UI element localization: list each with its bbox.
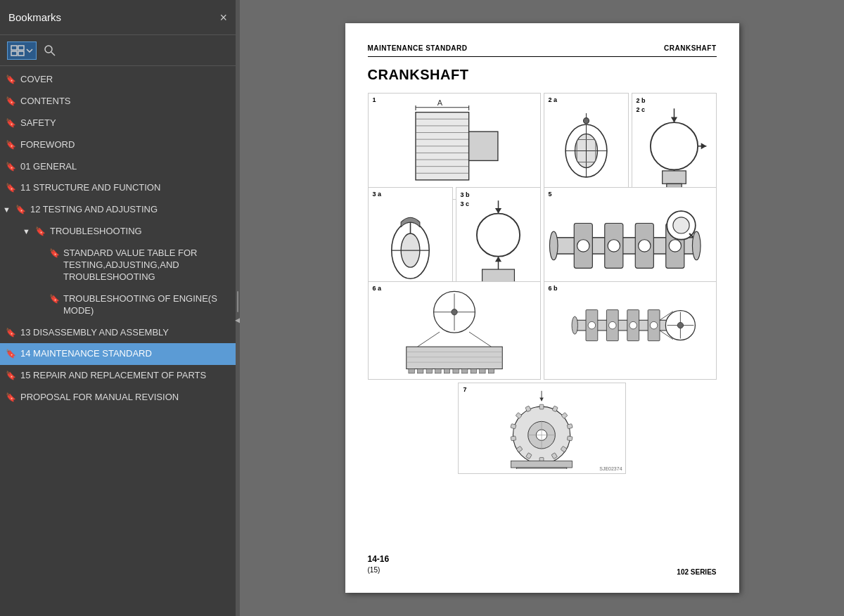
fig6a-label: 6 a — [373, 285, 382, 292]
main-content-area: MAINTENANCE STANDARD CRANKSHAFT CRANKSHA… — [240, 0, 844, 616]
svg-point-61 — [549, 231, 558, 260]
fig6b-label: 6 b — [549, 285, 558, 292]
svg-rect-79 — [488, 369, 494, 373]
bookmark-safety-label: SAFETY — [20, 117, 56, 129]
svg-point-90 — [629, 321, 637, 329]
expand-arrow-icon: ▼ — [23, 227, 32, 236]
svg-rect-16 — [468, 131, 497, 160]
diagram-ref: SJE02374 — [599, 466, 622, 471]
expand-arrow-icon: ▼ — [3, 205, 13, 214]
svg-rect-69 — [406, 347, 502, 368]
page-header: MAINTENANCE STANDARD CRANKSHAFT — [368, 44, 717, 57]
svg-rect-75 — [452, 369, 458, 373]
bookmark-12-testing[interactable]: ▼ 🔖 12 TESTING AND ADJUSTING — [0, 199, 236, 221]
diagram-fig7: 7 — [458, 383, 625, 474]
svg-marker-43 — [494, 208, 501, 214]
sidebar-toolbar — [0, 35, 236, 66]
fig3bc-label: 3 b3 c — [461, 191, 470, 208]
svg-point-89 — [608, 321, 616, 329]
fig1-svg: A — [373, 98, 536, 195]
svg-point-97 — [677, 322, 683, 328]
bookmark-flag-icon: 🔖 — [6, 75, 16, 84]
view-toggle-button[interactable] — [7, 41, 37, 60]
svg-point-55 — [608, 240, 620, 252]
bookmark-15-repair[interactable]: 🔖 15 REPAIR AND REPLACEMENT OF PARTS — [0, 365, 236, 387]
svg-rect-70 — [408, 369, 414, 373]
bookmark-flag-icon: 🔖 — [6, 162, 16, 172]
bookmark-flag-icon: 🔖 — [35, 226, 46, 236]
close-button[interactable]: × — [219, 11, 227, 24]
fig6b-svg — [549, 286, 712, 375]
bookmark-troubleshooting[interactable]: ▼ 🔖 TROUBLESHOOTING — [0, 221, 236, 243]
bookmarks-sidebar: Bookmarks × 🔖 COVER 🔖 — [0, 0, 236, 616]
page-footer: 14-16 (15) 102 SERIES — [368, 551, 717, 576]
bookmark-contents[interactable]: 🔖 CONTENTS — [0, 91, 236, 113]
diagram-fig2a: 2 a — [544, 93, 629, 200]
svg-point-56 — [638, 240, 650, 252]
page-number: 14-16 (15) — [368, 554, 390, 576]
bookmark-flag-icon: 🔖 — [6, 96, 16, 106]
bookmark-13-disassembly[interactable]: 🔖 13 DISASSEMBLY AND ASSEMBLY — [0, 322, 236, 344]
bookmark-flag-icon: 🔖 — [6, 392, 16, 402]
fig2a-svg — [549, 98, 624, 195]
bookmark-contents-label: CONTENTS — [20, 96, 71, 108]
bookmark-foreword[interactable]: 🔖 FOREWORD — [0, 134, 236, 156]
grid-view-icon — [11, 45, 25, 56]
svg-rect-72 — [426, 369, 432, 373]
svg-rect-2 — [11, 51, 17, 56]
svg-rect-73 — [435, 369, 440, 373]
bookmark-troubleshooting-engine[interactable]: 🔖 TROUBLESHOOTING OF ENGINE(S MODE) — [0, 288, 236, 322]
bookmark-13-disassembly-label: 13 DISASSEMBLY AND ASSEMBLY — [20, 327, 169, 339]
bookmark-flag-icon: 🔖 — [6, 328, 16, 338]
bookmark-cover[interactable]: 🔖 COVER — [0, 69, 236, 91]
bookmark-safety[interactable]: 🔖 SAFETY — [0, 113, 236, 134]
svg-rect-112 — [511, 436, 517, 441]
bookmark-troubleshooting-label: TROUBLESHOOTING — [50, 226, 142, 238]
fig2bc-label: 2 b2 c — [637, 96, 646, 114]
svg-point-54 — [577, 240, 589, 252]
bookmark-flag-icon: 🔖 — [6, 118, 16, 128]
svg-marker-100 — [540, 398, 544, 402]
svg-point-98 — [572, 316, 577, 334]
svg-point-59 — [672, 217, 689, 233]
bookmark-flag-icon: 🔖 — [6, 371, 16, 380]
fig6a-svg — [373, 286, 536, 375]
bookmark-troubleshooting-engine-label: TROUBLESHOOTING OF ENGINE(S MODE) — [63, 293, 229, 317]
fig7-svg — [463, 387, 620, 469]
svg-point-41 — [476, 214, 519, 257]
svg-rect-121 — [517, 468, 568, 469]
page-header-left-text: MAINTENANCE STANDARD — [368, 44, 468, 52]
diagram-fig1: 1 — [368, 93, 541, 200]
bookmark-flag-icon: 🔖 — [49, 248, 59, 258]
page-main-title: CRANKSHAFT — [368, 67, 717, 83]
svg-rect-78 — [479, 369, 485, 373]
bookmarks-list: 🔖 COVER 🔖 CONTENTS 🔖 SAFETY 🔖 FOREWORD 🔖… — [0, 66, 236, 616]
bookmark-01-general[interactable]: 🔖 01 GENERAL — [0, 156, 236, 178]
bookmark-01-general-label: 01 GENERAL — [20, 161, 77, 173]
svg-rect-3 — [18, 51, 24, 56]
bookmark-11-structure[interactable]: 🔖 11 STRUCTURE AND FUNCTION — [0, 177, 236, 199]
svg-point-4 — [45, 46, 52, 53]
svg-rect-77 — [471, 369, 476, 373]
svg-line-5 — [51, 52, 55, 56]
bookmark-14-maintenance[interactable]: 🔖 14 MAINTENANCE STANDARD — [0, 343, 236, 365]
fig1-label: 1 — [373, 96, 376, 103]
bookmark-std-value[interactable]: 🔖 STANDARD VALUE TABLE FOR TESTING,ADJUS… — [0, 243, 236, 288]
sidebar-header: Bookmarks × — [0, 0, 236, 35]
svg-rect-102 — [540, 404, 544, 409]
svg-point-66 — [451, 309, 456, 315]
svg-point-62 — [692, 231, 701, 260]
svg-rect-1 — [18, 46, 24, 50]
search-bookmarks-button[interactable] — [41, 41, 59, 60]
bookmark-cover-label: COVER — [20, 74, 53, 86]
svg-line-68 — [469, 332, 492, 347]
bookmark-flag-icon: 🔖 — [6, 349, 16, 359]
fig3a-label: 3 a — [373, 191, 382, 198]
bookmark-proposal[interactable]: 🔖 PROPOSAL FOR MANUAL REVISION — [0, 387, 236, 409]
fig2a-label: 2 a — [549, 96, 558, 103]
diagram-fig6b: 6 b — [544, 281, 717, 380]
svg-marker-45 — [494, 257, 501, 262]
svg-rect-120 — [511, 461, 573, 468]
svg-marker-30 — [670, 117, 677, 123]
page-header-right-text: CRANKSHAFT — [664, 44, 716, 52]
